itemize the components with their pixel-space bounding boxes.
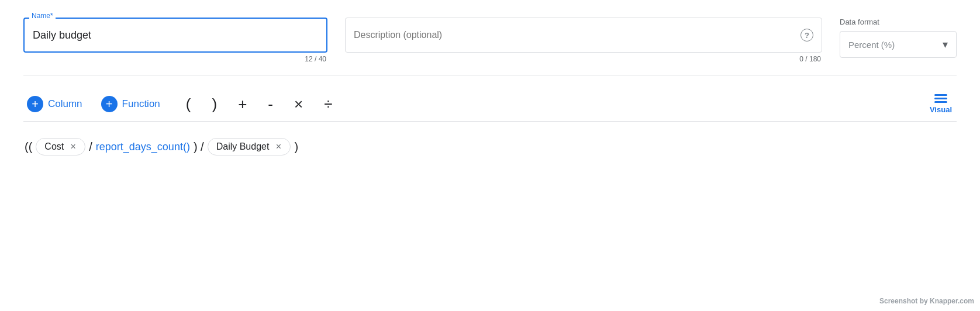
name-char-count: 12 / 40 [23, 55, 327, 63]
divider [23, 75, 957, 75]
formula-slash1: / [88, 140, 94, 154]
divide-button[interactable]: ÷ [313, 93, 343, 116]
dropdown-arrow-icon: ▾ [943, 38, 948, 51]
add-column-button[interactable]: + Column [23, 92, 92, 116]
open-paren-button[interactable]: ( [175, 93, 202, 116]
multiply-button[interactable]: × [284, 93, 313, 116]
formula-prefix: (( [23, 140, 33, 154]
data-format-label: Data format [840, 18, 957, 26]
cost-chip-close[interactable]: × [67, 141, 79, 153]
cost-chip: Cost × [36, 138, 85, 156]
formula-suffix2: ) [293, 140, 299, 154]
description-input[interactable] [354, 30, 800, 40]
desc-char-count: 0 / 180 [345, 55, 822, 63]
watermark: Screenshot by Knapper.com [879, 297, 974, 305]
name-input[interactable] [23, 18, 327, 53]
daily-budget-chip-label: Daily Budget [216, 141, 270, 152]
formula-row: (( Cost × / report_days_count() ) / Dail… [23, 122, 957, 167]
minus-button[interactable]: - [257, 93, 284, 116]
toolbar-row: + Column + Function ( ) + - × ÷ Visual [23, 87, 957, 122]
plus-circle-function-icon: + [101, 96, 118, 112]
name-field-wrapper: Name* 12 / 40 [23, 18, 327, 63]
description-input-container: ? [345, 18, 822, 53]
hamburger-icon [934, 94, 947, 103]
data-format-select[interactable]: Percent (%) ▾ [840, 31, 957, 58]
plus-circle-icon: + [27, 96, 43, 112]
data-format-wrapper: Data format Percent (%) ▾ [840, 18, 957, 58]
cost-chip-label: Cost [44, 141, 64, 152]
add-function-button[interactable]: + Function [98, 92, 170, 116]
daily-budget-chip: Daily Budget × [208, 138, 291, 156]
visual-label: Visual [930, 105, 952, 114]
data-format-value: Percent (%) [848, 40, 895, 50]
function-label: Function [122, 98, 160, 110]
name-label: Name* [29, 12, 56, 20]
help-icon[interactable]: ? [800, 29, 813, 42]
formula-function-text: report_days_count() [96, 141, 190, 153]
formula-suffix1: ) / [192, 140, 205, 154]
visual-button[interactable]: Visual [925, 92, 957, 116]
close-paren-button[interactable]: ) [201, 93, 227, 116]
daily-budget-chip-close[interactable]: × [272, 141, 284, 153]
column-label: Column [48, 98, 82, 110]
description-field-wrapper: ? 0 / 180 [345, 18, 822, 63]
plus-button[interactable]: + [227, 93, 257, 116]
